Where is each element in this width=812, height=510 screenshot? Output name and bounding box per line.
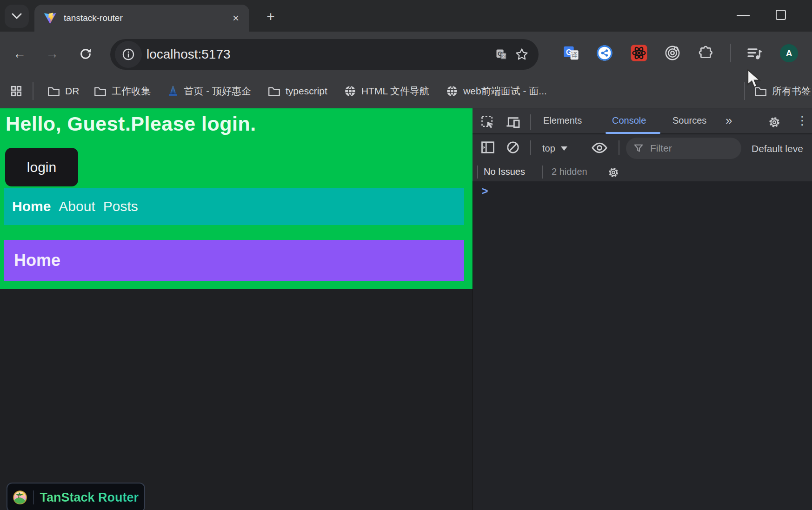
badge-separator (33, 490, 33, 504)
bookmark-web-interview[interactable]: web前端面试 - 面... (446, 85, 547, 98)
devtools-menu-button[interactable]: ⋮ (796, 113, 808, 128)
devtools-settings-button[interactable] (766, 114, 782, 130)
share-extension-button[interactable] (596, 45, 613, 61)
apps-grid-button[interactable] (0, 85, 33, 97)
login-button[interactable]: login (5, 148, 78, 186)
inspect-cursor-icon (481, 115, 495, 129)
bookmark-label: typescript (286, 86, 327, 97)
blue-sail-favicon (167, 85, 179, 97)
nav-link-posts[interactable]: Posts (103, 199, 138, 214)
target-extension-button[interactable] (664, 45, 681, 61)
bookmark-label: DR (65, 86, 79, 97)
devtools-tab-elements[interactable]: Elements (543, 115, 582, 126)
eye-icon (591, 142, 608, 154)
home-section-heading: Home (14, 251, 60, 270)
funnel-icon (633, 143, 644, 153)
window-maximize-button[interactable] (776, 10, 786, 20)
devtools-tab-sources[interactable]: Sources (672, 115, 706, 126)
bookmark-label: web前端面试 - 面... (463, 85, 547, 98)
bookmark-star-button[interactable] (511, 43, 533, 66)
forward-button[interactable]: → (43, 45, 61, 63)
concentric-circles-icon (665, 45, 680, 61)
back-button[interactable]: ← (10, 45, 29, 63)
nav-link-home[interactable]: Home (12, 199, 51, 214)
clear-console-button[interactable] (505, 139, 521, 155)
bookmark-html-nav[interactable]: HTML 文件导航 (344, 85, 429, 98)
svg-text:文: 文 (501, 53, 506, 59)
toolbar-separator (730, 44, 731, 62)
nav-link-about[interactable]: About (59, 199, 95, 214)
console-filter-input[interactable]: Filter (626, 138, 741, 159)
tanstack-logo-icon (13, 487, 27, 508)
devtools-tab-console[interactable]: Console (612, 115, 646, 126)
console-settings-button[interactable] (606, 166, 620, 179)
tab-search-button[interactable] (5, 5, 29, 28)
tab-close-button[interactable]: × (230, 12, 242, 25)
bookmarks-separator (33, 82, 33, 100)
inspect-element-button[interactable] (480, 114, 496, 130)
console-prompt[interactable]: > (482, 185, 488, 198)
translate-icon: G文 (495, 48, 508, 61)
window-minimize-button[interactable] (737, 15, 750, 16)
vite-favicon-icon (44, 12, 56, 25)
bookmark-label: 工作收集 (112, 85, 151, 98)
media-controls-button[interactable] (746, 46, 765, 61)
bookmark-folder-dr[interactable]: DR (47, 86, 79, 97)
issues-separator-left (477, 166, 478, 179)
panel-left-icon (481, 140, 495, 154)
context-selector[interactable]: top (542, 143, 567, 154)
new-tab-button[interactable]: + (260, 7, 281, 27)
globe-icon (344, 85, 356, 97)
live-expression-eye-button[interactable] (590, 140, 609, 155)
extensions-menu-button[interactable] (698, 45, 714, 61)
globe-icon (446, 85, 458, 97)
profile-avatar[interactable]: A (780, 44, 798, 62)
puzzle-icon (699, 46, 713, 60)
svg-text:译: 译 (571, 51, 578, 59)
bookmark-folder-work[interactable]: 工作收集 (94, 85, 151, 98)
folder-icon (94, 86, 106, 97)
translate-extension-button[interactable]: G译 (563, 45, 579, 61)
page-heading: Hello, Guest.Please login. (6, 113, 256, 135)
reload-icon (79, 47, 92, 60)
bookmark-label: HTML 文件导航 (361, 85, 429, 98)
console-separator-2 (619, 140, 619, 155)
google-translate-icon: G译 (563, 45, 579, 61)
chevron-down-icon (561, 146, 567, 151)
tab-title: tanstack-router (64, 13, 230, 23)
log-levels-dropdown[interactable]: Default leve (752, 143, 803, 154)
filter-placeholder: Filter (650, 143, 672, 154)
mouse-cursor (747, 69, 763, 89)
bookmark-homepage[interactable]: 首页 - 顶好惠企 (167, 85, 251, 98)
site-info-button[interactable] (115, 41, 142, 68)
all-bookmarks-button[interactable]: 所有书签 (754, 74, 811, 108)
browser-tab[interactable]: tanstack-router × (34, 5, 249, 32)
context-selector-label: top (542, 143, 555, 154)
chevron-down-icon (12, 13, 22, 20)
share-icon (596, 45, 613, 61)
url-text[interactable]: localhost:5173 (146, 47, 231, 62)
address-bar[interactable]: localhost:5173 G文 (110, 39, 539, 70)
bookmark-folder-typescript[interactable]: typescript (268, 86, 327, 97)
issues-count-label[interactable]: No Issues (484, 166, 525, 177)
devtools-separator (530, 114, 531, 130)
hidden-messages-label[interactable]: 2 hidden (552, 166, 587, 177)
issues-separator (542, 166, 543, 179)
folder-icon (47, 86, 60, 97)
console-tab-underline (606, 132, 660, 134)
react-devtools-extension-button[interactable] (630, 44, 648, 62)
clear-icon (506, 140, 520, 154)
device-toolbar-icon (506, 115, 521, 129)
info-icon (122, 48, 135, 61)
gear-icon (768, 116, 781, 129)
star-icon (515, 47, 529, 61)
reload-button[interactable] (76, 45, 95, 63)
translate-page-button[interactable]: G文 (492, 45, 511, 64)
bookmarks-bar: DR 工作收集 首页 - 顶好惠企 typescript HTML 文件导航 w… (0, 74, 812, 108)
folder-icon (268, 86, 280, 97)
device-toolbar-button[interactable] (505, 115, 522, 130)
console-separator (530, 140, 531, 155)
tanstack-devtools-badge[interactable]: TanStack Router (7, 483, 145, 510)
console-sidebar-toggle-button[interactable] (480, 139, 496, 155)
more-tabs-button[interactable]: » (725, 113, 732, 128)
